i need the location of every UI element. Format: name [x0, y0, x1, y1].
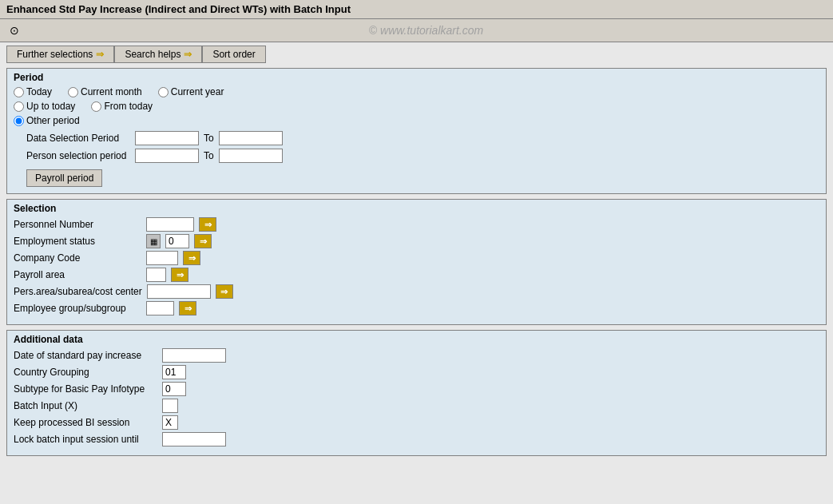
subtype-input[interactable]: [162, 382, 186, 396]
employment-status-row: Employment status ▦ ⇒: [14, 234, 819, 248]
further-selections-arrow: ⇒: [96, 49, 104, 60]
employee-group-input[interactable]: [146, 301, 174, 315]
company-code-label: Company Code: [14, 252, 141, 264]
personnel-number-arrow-btn[interactable]: ⇒: [199, 217, 216, 232]
employee-group-row: Employee group/subgroup ⇒: [14, 301, 819, 315]
company-code-arrow-btn[interactable]: ⇒: [183, 251, 200, 265]
keep-bi-session-input[interactable]: [162, 415, 178, 430]
tab-sort-order[interactable]: Sort order: [202, 46, 265, 63]
payroll-area-arrow-btn[interactable]: ⇒: [171, 268, 188, 282]
radio-other-period[interactable]: Other period: [14, 115, 80, 126]
radio-up-to-today[interactable]: Up to today: [14, 101, 75, 112]
toolbar: ⊙ © www.tutorialkart.com: [0, 19, 833, 42]
personnel-number-row: Personnel Number ⇒: [14, 217, 819, 232]
batch-input-label: Batch Input (X): [14, 400, 157, 411]
employment-status-input[interactable]: [165, 234, 189, 248]
batch-input-row: Batch Input (X): [14, 399, 819, 413]
period-radio-row2: Up to today From today: [14, 101, 819, 112]
keep-bi-session-row: Keep processed BI session: [14, 415, 819, 430]
radio-current-month[interactable]: Current month: [68, 86, 142, 97]
pers-area-label: Pers.area/subarea/cost center: [14, 286, 142, 297]
lock-batch-label: Lock batch input session until: [14, 434, 157, 445]
period-title: Period: [14, 72, 819, 83]
employment-status-arrow-btn[interactable]: ⇒: [194, 234, 212, 248]
date-std-pay-label: Date of standard pay increase: [14, 350, 157, 361]
page-title: Enhanced Std Pay Increase (Indirect and …: [6, 3, 351, 15]
country-grouping-input[interactable]: [162, 365, 186, 379]
subtype-row: Subtype for Basic Pay Infotype: [14, 382, 819, 396]
current-month-label: Current month: [81, 86, 142, 97]
up-to-today-label: Up to today: [26, 101, 75, 112]
employment-status-label: Employment status: [14, 236, 141, 247]
subtype-label: Subtype for Basic Pay Infotype: [14, 383, 157, 395]
person-selection-to-label: To: [204, 150, 214, 161]
data-selection-to-input[interactable]: [219, 131, 283, 145]
other-period-label: Other period: [26, 115, 80, 126]
person-selection-to-input[interactable]: [219, 149, 283, 163]
pers-area-row: Pers.area/subarea/cost center ⇒: [14, 284, 819, 299]
employee-group-arrow-btn[interactable]: ⇒: [179, 301, 196, 315]
company-code-row: Company Code ⇒: [14, 251, 819, 265]
data-selection-from-input[interactable]: [135, 131, 199, 145]
country-grouping-row: Country Grouping: [14, 365, 819, 379]
from-today-label: From today: [104, 101, 153, 112]
company-code-input[interactable]: [146, 251, 178, 265]
personnel-number-label: Personnel Number: [14, 219, 141, 230]
sort-order-label: Sort order: [212, 49, 255, 60]
additional-title: Additional data: [14, 334, 819, 345]
today-label: Today: [26, 86, 52, 97]
date-std-pay-row: Date of standard pay increase: [14, 348, 819, 363]
period-radio-row1: Today Current month Current year: [14, 86, 819, 97]
payroll-area-row: Payroll area ⇒: [14, 268, 819, 282]
tab-further-selections[interactable]: Further selections ⇒: [6, 46, 114, 63]
period-radio-other-row: Other period: [14, 115, 819, 126]
country-grouping-label: Country Grouping: [14, 367, 157, 378]
keep-bi-session-label: Keep processed BI session: [14, 417, 157, 428]
current-year-label: Current year: [171, 86, 224, 97]
title-bar: Enhanced Std Pay Increase (Indirect and …: [0, 0, 833, 19]
radio-from-today[interactable]: From today: [91, 101, 153, 112]
clock-icon: ⊙: [6, 22, 22, 38]
lock-batch-input[interactable]: [162, 432, 226, 446]
payroll-area-input[interactable]: [146, 268, 166, 282]
person-selection-label: Person selection period: [26, 150, 130, 161]
further-selections-label: Further selections: [17, 49, 93, 60]
data-selection-label: Data Selection Period: [26, 133, 130, 144]
batch-input-input[interactable]: [162, 399, 178, 413]
lock-batch-row: Lock batch input session until: [14, 432, 819, 446]
data-selection-to-label: To: [204, 133, 214, 144]
period-section: Period Today Current month Current year …: [6, 68, 827, 194]
search-helps-label: Search helps: [125, 49, 180, 60]
employee-group-label: Employee group/subgroup: [14, 303, 141, 314]
personnel-number-input[interactable]: [146, 217, 194, 232]
watermark: © www.tutorialkart.com: [26, 24, 827, 37]
employment-status-icon[interactable]: ▦: [146, 234, 161, 248]
search-helps-arrow: ⇒: [184, 49, 192, 60]
radio-today[interactable]: Today: [14, 86, 52, 97]
pers-area-arrow-btn[interactable]: ⇒: [216, 284, 233, 299]
radio-current-year[interactable]: Current year: [158, 86, 224, 97]
person-selection-row: Person selection period To: [14, 149, 819, 163]
selection-title: Selection: [14, 203, 819, 214]
pers-area-input[interactable]: [147, 284, 211, 299]
date-std-pay-input[interactable]: [162, 348, 226, 363]
payroll-area-label: Payroll area: [14, 269, 141, 280]
person-selection-from-input[interactable]: [135, 149, 199, 163]
main-content: Further selections ⇒ Search helps ⇒ Sort…: [0, 42, 833, 504]
additional-section: Additional data Date of standard pay inc…: [6, 330, 827, 456]
selection-section: Selection Personnel Number ⇒ Employment …: [6, 199, 827, 325]
tab-bar: Further selections ⇒ Search helps ⇒ Sort…: [6, 46, 827, 63]
payroll-period-button[interactable]: Payroll period: [26, 169, 102, 187]
tab-search-helps[interactable]: Search helps ⇒: [114, 46, 202, 63]
data-selection-row: Data Selection Period To: [14, 131, 819, 145]
